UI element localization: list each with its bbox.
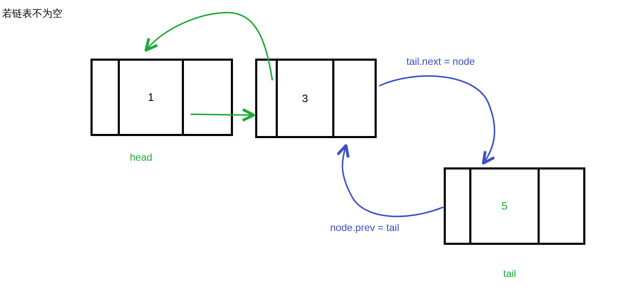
diagram-title: 若链表不为空 xyxy=(2,7,62,20)
linked-list-node-2: 3 xyxy=(255,59,377,138)
tail-label: tail xyxy=(503,268,516,280)
node-2-prev-cell xyxy=(257,61,278,136)
head-label: head xyxy=(130,152,152,163)
arrow-tail-next-to-node xyxy=(379,76,494,162)
node-3-next-cell xyxy=(540,169,583,243)
arrow-node-prev-to-tail xyxy=(342,146,443,216)
arrows-overlay xyxy=(0,0,644,303)
node-1-next-cell xyxy=(184,61,231,134)
node-1-prev-cell xyxy=(93,61,120,134)
linked-list-node-1: 1 xyxy=(91,59,233,136)
node-2-value-cell: 3 xyxy=(278,61,334,136)
node-1-value-cell: 1 xyxy=(120,61,184,134)
tail-next-label: tail.next = node xyxy=(406,56,475,67)
node-2-next-cell xyxy=(334,61,375,136)
node-3-value-cell: 5 xyxy=(471,169,540,243)
node-prev-label: node.prev = tail xyxy=(330,222,399,234)
linked-list-node-3: 5 xyxy=(444,167,585,245)
node-3-prev-cell xyxy=(446,169,471,243)
